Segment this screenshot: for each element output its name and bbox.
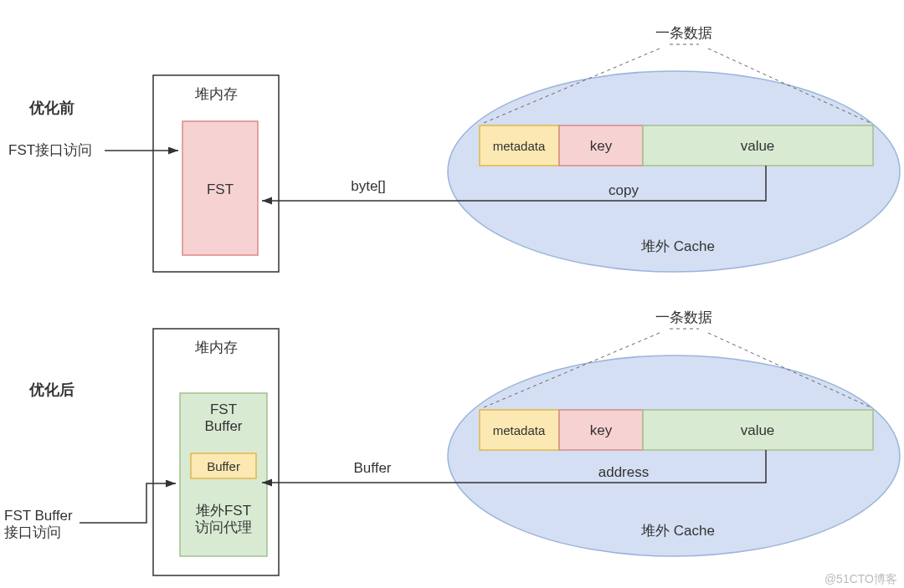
copy-label: copy <box>609 182 639 198</box>
record-label-before: 一条数据 <box>655 25 712 41</box>
fst-buffer-label-1: FST <box>210 401 237 417</box>
fst-buffer-label-2: Buffer <box>204 418 242 434</box>
access-arrow-after <box>80 483 176 523</box>
cache-label-before: 堆外 Cache <box>640 238 715 254</box>
access-label-before: FST接口访问 <box>8 142 92 158</box>
access-label-after-1: FST Buffer <box>4 508 73 524</box>
key-cell-after: key <box>590 422 613 438</box>
proxy-label-1: 堆外FST <box>195 503 251 519</box>
metadata-cell-after: metadata <box>493 423 546 437</box>
data-row-after: metadata key value <box>480 410 873 450</box>
byte-array-label: byte[] <box>351 178 386 194</box>
value-cell-before: value <box>741 138 775 154</box>
buffer-arrow-label: Buffer <box>353 460 391 476</box>
diagram: 优化前 堆内存 FST FST接口访问 堆外 Cache metadata ke… <box>0 0 904 588</box>
record-label-after: 一条数据 <box>655 309 712 325</box>
data-row-before: metadata key value <box>480 125 873 166</box>
heap-title-before: 堆内存 <box>194 86 238 102</box>
proxy-label-2: 访问代理 <box>195 519 252 535</box>
section-label-after: 优化后 <box>28 381 74 398</box>
key-cell-before: key <box>590 138 613 154</box>
buffer-inner-label: Buffer <box>207 459 240 473</box>
metadata-cell-before: metadata <box>493 139 546 153</box>
cache-label-after: 堆外 Cache <box>640 523 715 539</box>
watermark: @51CTO博客 <box>824 572 897 585</box>
section-label-before: 优化前 <box>28 100 74 116</box>
heap-title-after: 堆内存 <box>194 340 238 355</box>
access-label-after-2: 接口访问 <box>4 524 61 540</box>
value-cell-after: value <box>741 422 775 438</box>
address-label: address <box>598 464 649 480</box>
fst-label: FST <box>207 182 234 197</box>
